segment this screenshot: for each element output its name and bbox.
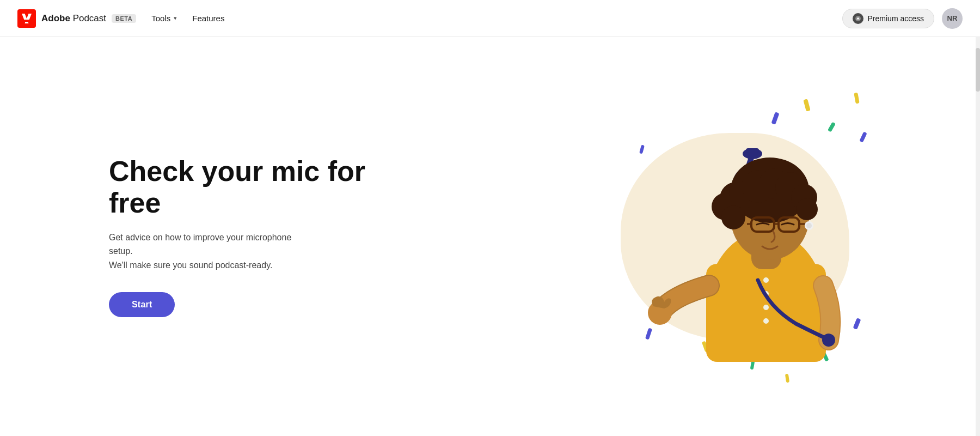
confetti-2 — [803, 99, 810, 111]
chevron-down-icon: ▾ — [174, 15, 177, 22]
features-link[interactable]: Features — [192, 14, 224, 23]
illustration-section — [490, 37, 980, 436]
hero-title: Check your mic for free — [109, 156, 370, 218]
adobe-logo-icon — [17, 9, 36, 28]
confetti-8 — [750, 361, 755, 370]
beta-badge: BETA — [112, 14, 136, 23]
premium-label: Premium access — [868, 14, 924, 23]
brand: Adobe Podcast BETA — [17, 9, 136, 28]
svg-point-19 — [721, 205, 745, 229]
illustration-wrapper — [577, 73, 893, 400]
svg-point-25 — [796, 198, 818, 220]
svg-point-32 — [806, 223, 812, 228]
svg-point-11 — [763, 318, 769, 324]
brand-name: Adobe Podcast — [41, 13, 106, 24]
person-illustration — [627, 111, 867, 362]
navbar: Adobe Podcast BETA Tools ▾ Features Prem… — [0, 0, 980, 37]
user-avatar-button[interactable]: NR — [942, 8, 963, 29]
tools-label: Tools — [151, 14, 170, 23]
scrollbar[interactable] — [976, 37, 980, 436]
confetti-11 — [785, 374, 789, 383]
tools-menu[interactable]: Tools ▾ — [151, 14, 177, 23]
start-button[interactable]: Start — [109, 292, 175, 317]
scrollbar-thumb[interactable] — [976, 48, 980, 92]
svg-point-10 — [763, 305, 769, 310]
main-content: Check your mic for free Get advice on ho… — [0, 37, 980, 436]
hero-section: Check your mic for free Get advice on ho… — [0, 156, 370, 317]
navbar-right: Premium access NR — [842, 8, 963, 29]
svg-point-13 — [822, 334, 835, 347]
hero-subtitle: Get advice on how to improve your microp… — [109, 231, 316, 272]
confetti-4 — [854, 93, 860, 104]
premium-icon — [853, 13, 863, 24]
svg-rect-3 — [746, 148, 759, 153]
premium-access-button[interactable]: Premium access — [842, 9, 934, 28]
svg-point-8 — [763, 277, 769, 283]
navbar-left: Adobe Podcast BETA Tools ▾ Features — [17, 9, 224, 28]
